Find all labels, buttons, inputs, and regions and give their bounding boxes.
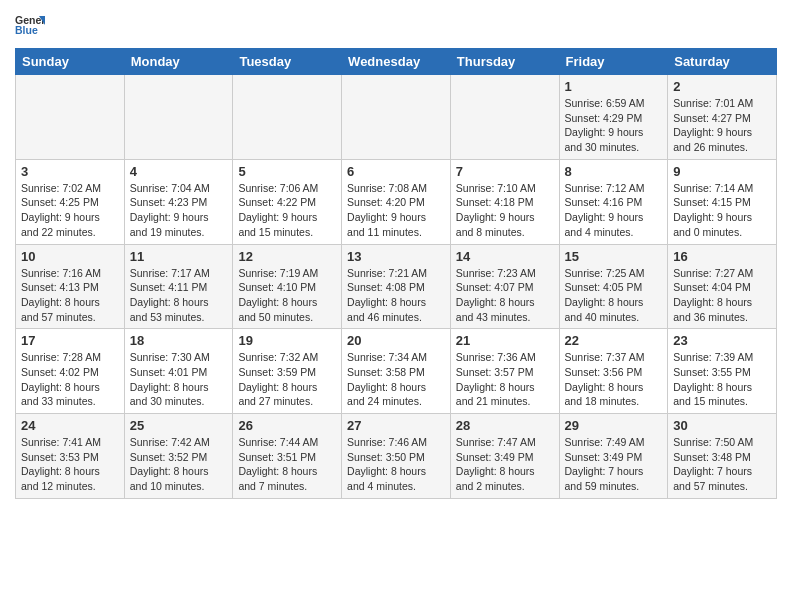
day-info: Sunrise: 7:14 AMSunset: 4:15 PMDaylight:…	[673, 181, 771, 240]
week-row-1: 3Sunrise: 7:02 AMSunset: 4:25 PMDaylight…	[16, 159, 777, 244]
day-number: 14	[456, 249, 554, 264]
day-cell: 16Sunrise: 7:27 AMSunset: 4:04 PMDayligh…	[668, 244, 777, 329]
day-cell	[342, 75, 451, 160]
day-info: Sunrise: 7:17 AMSunset: 4:11 PMDaylight:…	[130, 266, 228, 325]
day-info: Sunrise: 7:19 AMSunset: 4:10 PMDaylight:…	[238, 266, 336, 325]
day-info: Sunrise: 7:46 AMSunset: 3:50 PMDaylight:…	[347, 435, 445, 494]
calendar-body: 1Sunrise: 6:59 AMSunset: 4:29 PMDaylight…	[16, 75, 777, 499]
header-cell-tuesday: Tuesday	[233, 49, 342, 75]
header-cell-wednesday: Wednesday	[342, 49, 451, 75]
day-number: 6	[347, 164, 445, 179]
day-number: 16	[673, 249, 771, 264]
day-info: Sunrise: 7:50 AMSunset: 3:48 PMDaylight:…	[673, 435, 771, 494]
day-info: Sunrise: 6:59 AMSunset: 4:29 PMDaylight:…	[565, 96, 663, 155]
day-cell: 2Sunrise: 7:01 AMSunset: 4:27 PMDaylight…	[668, 75, 777, 160]
day-number: 9	[673, 164, 771, 179]
header-cell-thursday: Thursday	[450, 49, 559, 75]
day-number: 22	[565, 333, 663, 348]
day-info: Sunrise: 7:21 AMSunset: 4:08 PMDaylight:…	[347, 266, 445, 325]
day-cell: 11Sunrise: 7:17 AMSunset: 4:11 PMDayligh…	[124, 244, 233, 329]
day-number: 17	[21, 333, 119, 348]
day-cell: 9Sunrise: 7:14 AMSunset: 4:15 PMDaylight…	[668, 159, 777, 244]
day-info: Sunrise: 7:42 AMSunset: 3:52 PMDaylight:…	[130, 435, 228, 494]
day-number: 29	[565, 418, 663, 433]
day-cell	[233, 75, 342, 160]
day-info: Sunrise: 7:06 AMSunset: 4:22 PMDaylight:…	[238, 181, 336, 240]
day-info: Sunrise: 7:47 AMSunset: 3:49 PMDaylight:…	[456, 435, 554, 494]
day-cell: 22Sunrise: 7:37 AMSunset: 3:56 PMDayligh…	[559, 329, 668, 414]
day-info: Sunrise: 7:23 AMSunset: 4:07 PMDaylight:…	[456, 266, 554, 325]
day-cell: 13Sunrise: 7:21 AMSunset: 4:08 PMDayligh…	[342, 244, 451, 329]
day-cell: 6Sunrise: 7:08 AMSunset: 4:20 PMDaylight…	[342, 159, 451, 244]
day-number: 24	[21, 418, 119, 433]
day-info: Sunrise: 7:39 AMSunset: 3:55 PMDaylight:…	[673, 350, 771, 409]
day-number: 2	[673, 79, 771, 94]
day-number: 18	[130, 333, 228, 348]
day-cell: 10Sunrise: 7:16 AMSunset: 4:13 PMDayligh…	[16, 244, 125, 329]
day-cell: 5Sunrise: 7:06 AMSunset: 4:22 PMDaylight…	[233, 159, 342, 244]
calendar-table: SundayMondayTuesdayWednesdayThursdayFrid…	[15, 48, 777, 499]
day-info: Sunrise: 7:28 AMSunset: 4:02 PMDaylight:…	[21, 350, 119, 409]
week-row-4: 24Sunrise: 7:41 AMSunset: 3:53 PMDayligh…	[16, 414, 777, 499]
day-number: 25	[130, 418, 228, 433]
day-info: Sunrise: 7:25 AMSunset: 4:05 PMDaylight:…	[565, 266, 663, 325]
day-cell: 3Sunrise: 7:02 AMSunset: 4:25 PMDaylight…	[16, 159, 125, 244]
day-cell: 18Sunrise: 7:30 AMSunset: 4:01 PMDayligh…	[124, 329, 233, 414]
day-number: 8	[565, 164, 663, 179]
day-number: 5	[238, 164, 336, 179]
header-cell-friday: Friday	[559, 49, 668, 75]
week-row-3: 17Sunrise: 7:28 AMSunset: 4:02 PMDayligh…	[16, 329, 777, 414]
day-info: Sunrise: 7:08 AMSunset: 4:20 PMDaylight:…	[347, 181, 445, 240]
day-number: 13	[347, 249, 445, 264]
svg-text:Blue: Blue	[15, 24, 38, 36]
logo: General Blue	[15, 10, 47, 40]
header: General Blue	[15, 10, 777, 40]
day-cell	[16, 75, 125, 160]
day-info: Sunrise: 7:30 AMSunset: 4:01 PMDaylight:…	[130, 350, 228, 409]
calendar-header: SundayMondayTuesdayWednesdayThursdayFrid…	[16, 49, 777, 75]
week-row-0: 1Sunrise: 6:59 AMSunset: 4:29 PMDaylight…	[16, 75, 777, 160]
day-cell: 15Sunrise: 7:25 AMSunset: 4:05 PMDayligh…	[559, 244, 668, 329]
day-cell: 30Sunrise: 7:50 AMSunset: 3:48 PMDayligh…	[668, 414, 777, 499]
day-cell: 25Sunrise: 7:42 AMSunset: 3:52 PMDayligh…	[124, 414, 233, 499]
day-info: Sunrise: 7:04 AMSunset: 4:23 PMDaylight:…	[130, 181, 228, 240]
day-info: Sunrise: 7:27 AMSunset: 4:04 PMDaylight:…	[673, 266, 771, 325]
page-container: General Blue SundayMondayTuesdayWednesda…	[0, 0, 792, 509]
logo-icon: General Blue	[15, 10, 45, 40]
day-number: 12	[238, 249, 336, 264]
header-cell-monday: Monday	[124, 49, 233, 75]
day-cell: 20Sunrise: 7:34 AMSunset: 3:58 PMDayligh…	[342, 329, 451, 414]
week-row-2: 10Sunrise: 7:16 AMSunset: 4:13 PMDayligh…	[16, 244, 777, 329]
header-row: SundayMondayTuesdayWednesdayThursdayFrid…	[16, 49, 777, 75]
day-info: Sunrise: 7:32 AMSunset: 3:59 PMDaylight:…	[238, 350, 336, 409]
day-cell: 23Sunrise: 7:39 AMSunset: 3:55 PMDayligh…	[668, 329, 777, 414]
day-cell: 8Sunrise: 7:12 AMSunset: 4:16 PMDaylight…	[559, 159, 668, 244]
day-cell: 14Sunrise: 7:23 AMSunset: 4:07 PMDayligh…	[450, 244, 559, 329]
day-info: Sunrise: 7:36 AMSunset: 3:57 PMDaylight:…	[456, 350, 554, 409]
day-number: 19	[238, 333, 336, 348]
day-info: Sunrise: 7:34 AMSunset: 3:58 PMDaylight:…	[347, 350, 445, 409]
day-cell: 21Sunrise: 7:36 AMSunset: 3:57 PMDayligh…	[450, 329, 559, 414]
day-cell: 1Sunrise: 6:59 AMSunset: 4:29 PMDaylight…	[559, 75, 668, 160]
day-cell: 27Sunrise: 7:46 AMSunset: 3:50 PMDayligh…	[342, 414, 451, 499]
header-cell-saturday: Saturday	[668, 49, 777, 75]
day-cell: 29Sunrise: 7:49 AMSunset: 3:49 PMDayligh…	[559, 414, 668, 499]
day-number: 11	[130, 249, 228, 264]
day-info: Sunrise: 7:44 AMSunset: 3:51 PMDaylight:…	[238, 435, 336, 494]
day-cell	[450, 75, 559, 160]
day-info: Sunrise: 7:16 AMSunset: 4:13 PMDaylight:…	[21, 266, 119, 325]
day-number: 4	[130, 164, 228, 179]
day-number: 15	[565, 249, 663, 264]
day-number: 26	[238, 418, 336, 433]
day-number: 27	[347, 418, 445, 433]
day-info: Sunrise: 7:49 AMSunset: 3:49 PMDaylight:…	[565, 435, 663, 494]
day-cell: 28Sunrise: 7:47 AMSunset: 3:49 PMDayligh…	[450, 414, 559, 499]
day-number: 21	[456, 333, 554, 348]
day-info: Sunrise: 7:37 AMSunset: 3:56 PMDaylight:…	[565, 350, 663, 409]
day-cell: 12Sunrise: 7:19 AMSunset: 4:10 PMDayligh…	[233, 244, 342, 329]
day-cell: 26Sunrise: 7:44 AMSunset: 3:51 PMDayligh…	[233, 414, 342, 499]
day-info: Sunrise: 7:10 AMSunset: 4:18 PMDaylight:…	[456, 181, 554, 240]
day-cell: 24Sunrise: 7:41 AMSunset: 3:53 PMDayligh…	[16, 414, 125, 499]
day-cell: 17Sunrise: 7:28 AMSunset: 4:02 PMDayligh…	[16, 329, 125, 414]
day-info: Sunrise: 7:41 AMSunset: 3:53 PMDaylight:…	[21, 435, 119, 494]
